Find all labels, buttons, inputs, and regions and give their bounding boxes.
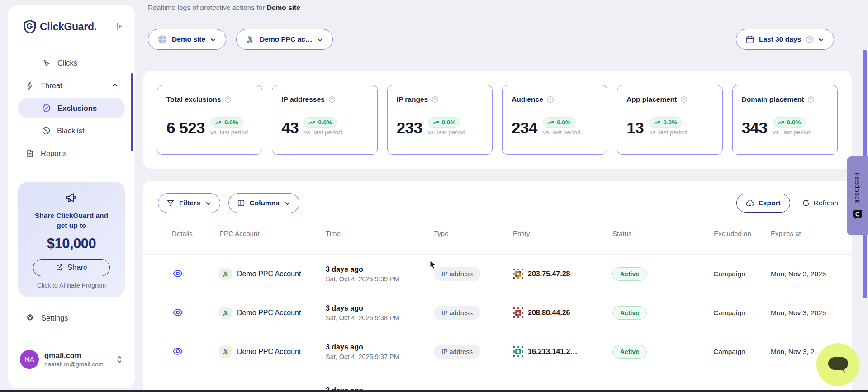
sidebar-item-settings[interactable]: Settings	[18, 308, 125, 329]
col-header-details[interactable]: Details	[172, 230, 219, 237]
sidebar-item-blacklist[interactable]: Blacklist	[18, 120, 125, 141]
google-ads-icon	[219, 268, 232, 280]
sidebar-item-threat[interactable]: Threat	[18, 75, 125, 96]
stat-card-ip-addresses: IP addresses 43 0.0% vs. last period	[272, 85, 377, 155]
columns-icon	[237, 199, 245, 207]
logs-table-panel: Filters Columns Export	[143, 181, 852, 392]
ppc-account-name: Demo PPC Account	[237, 348, 301, 356]
stat-card-app-placement: App placement 13 0.0% vs. last period	[617, 85, 722, 155]
stat-card-domain-placement: Domain placement 343 0.0% vs. last perio…	[732, 85, 838, 155]
help-icon[interactable]	[680, 96, 688, 103]
stat-value: 6 523	[166, 120, 205, 136]
stat-card-audience: Audience 234 0.0% vs. last period	[502, 85, 607, 155]
stat-note: vs. last period	[428, 129, 465, 136]
divider	[18, 339, 125, 339]
col-header-ppc-account[interactable]: PPC Account	[219, 230, 326, 237]
help-icon[interactable]	[807, 96, 815, 103]
stat-label: Domain placement	[742, 95, 804, 104]
sidebar-item-label: Threat	[41, 81, 62, 90]
sidebar-collapse-icon[interactable]	[115, 22, 124, 31]
help-icon[interactable]	[432, 96, 439, 103]
col-header-status[interactable]: Status	[612, 230, 713, 237]
sidebar-item-reports[interactable]: Reports	[18, 143, 125, 164]
export-button[interactable]: Export	[736, 194, 790, 213]
stat-value: 233	[397, 120, 422, 136]
feedback-tab[interactable]: Feedback	[847, 156, 868, 235]
ip-identicon	[513, 269, 523, 279]
col-header-type[interactable]: Type	[434, 230, 513, 237]
logo-text: ClickGuard.	[40, 21, 97, 33]
help-icon[interactable]	[547, 96, 554, 103]
time-absolute: Sat, Oct 4, 2025 9:38 PM	[326, 314, 434, 321]
feedback-label: Feedback	[854, 172, 861, 203]
ppc-account-name: Demo PPC Account	[237, 309, 301, 317]
refresh-button[interactable]: Refresh	[802, 199, 838, 207]
date-range-value: Last 30 days	[759, 35, 801, 43]
view-details-button[interactable]	[172, 346, 184, 356]
stat-value: 43	[281, 120, 299, 136]
chevron-updown-icon	[116, 355, 123, 364]
excluded-on-value: Campaign	[713, 309, 771, 317]
calendar-icon	[745, 35, 754, 44]
stat-note: vs. last period	[773, 129, 811, 136]
help-icon[interactable]	[328, 96, 336, 103]
chevron-up-icon	[111, 82, 119, 89]
status-badge: Active	[612, 267, 647, 281]
sidebar-item-clicks[interactable]: Clicks	[18, 52, 125, 73]
google-ads-icon	[219, 345, 232, 358]
view-details-button[interactable]	[172, 307, 184, 317]
export-label: Export	[759, 199, 781, 207]
trend-badge: 0.0%	[649, 117, 682, 128]
stat-value: 234	[512, 120, 537, 136]
chevron-down-icon	[818, 36, 825, 43]
entity-value: 203.75.47.28	[528, 270, 570, 278]
ppc-account-selector-dropdown[interactable]: Demo PPC ac…	[236, 29, 333, 50]
sidebar-item-label: Exclusions	[57, 104, 97, 113]
stat-label: IP addresses	[281, 95, 324, 104]
entity-value: 16.213.141.2…	[528, 348, 577, 356]
share-button[interactable]: Share	[33, 259, 110, 276]
sidebar-item-label: Reports	[41, 149, 67, 158]
col-header-expires-at[interactable]: Expires at	[771, 230, 838, 237]
account-switcher[interactable]: NA gmail.com naatali.ro@gmail.com	[18, 350, 125, 369]
affiliate-link[interactable]: Click to Affiliate Program	[24, 282, 119, 289]
sidebar-item-exclusions[interactable]: Exclusions	[18, 98, 125, 118]
stat-card-total-exclusions: Total exclusions 6 523 0.0% vs. last per…	[157, 85, 262, 155]
stats-panel: Total exclusions 6 523 0.0% vs. last per…	[143, 71, 852, 169]
table-row: Demo PPC Account 3 days agoSat, Oct 4, 2…	[143, 255, 852, 293]
ip-identicon	[513, 346, 523, 357]
sidebar-item-label: Blacklist	[57, 127, 85, 135]
ban-icon	[42, 126, 51, 135]
table-row-partial: 3 days ago	[143, 371, 852, 392]
col-header-time[interactable]: Time	[326, 230, 434, 237]
col-header-entity[interactable]: Entity	[513, 230, 612, 237]
ppc-account-selector-value: Demo PPC ac…	[260, 35, 312, 43]
stat-note: vs. last period	[649, 129, 687, 136]
help-icon[interactable]	[224, 96, 232, 103]
trend-badge: 0.0%	[773, 117, 806, 128]
columns-label: Columns	[250, 199, 280, 207]
sidebar: ClickGuard. Clicks Threat	[8, 5, 135, 388]
sidebar-scrollbar-thumb[interactable]	[131, 73, 133, 151]
account-email: naatali.ro@gmail.com	[44, 361, 104, 368]
view-details-button[interactable]	[172, 269, 184, 279]
settings-label: Settings	[41, 314, 68, 322]
share-button-label: Share	[67, 263, 87, 272]
expires-at-value: Mon, Nov 3, 2025	[771, 270, 838, 278]
col-header-excluded-on[interactable]: Excluded on	[713, 229, 752, 238]
chat-launcher-button[interactable]	[816, 343, 859, 386]
time-absolute: Sat, Oct 4, 2025 9:37 PM	[326, 353, 434, 360]
columns-dropdown[interactable]: Columns	[228, 193, 299, 213]
site-selector-value: Demo site	[172, 35, 205, 43]
site-selector-dropdown[interactable]: Demo site	[148, 29, 226, 50]
stat-label: Audience	[512, 95, 543, 104]
date-range-dropdown[interactable]: Last 30 days	[736, 29, 834, 50]
filters-dropdown[interactable]: Filters	[158, 193, 220, 213]
refresh-label: Refresh	[814, 199, 838, 207]
status-badge: Active	[612, 345, 647, 359]
time-relative: 3 days ago	[326, 304, 434, 312]
megaphone-icon	[65, 192, 78, 204]
type-badge: IP address	[434, 267, 480, 281]
cloud-download-icon	[746, 199, 754, 207]
stat-card-ip-ranges: IP ranges 233 0.0% vs. last period	[387, 85, 493, 155]
